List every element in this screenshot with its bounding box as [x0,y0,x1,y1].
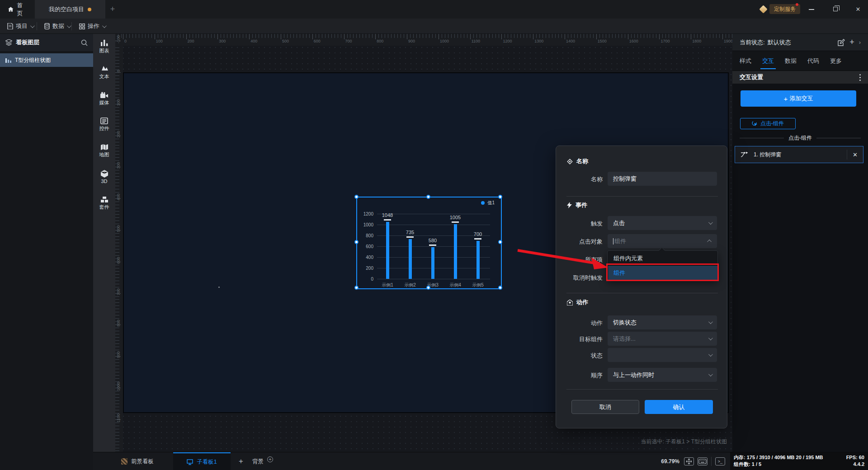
kebab-menu-icon[interactable] [859,74,861,75]
bar-cap [429,244,436,246]
toolbox-item-6[interactable]: 3D [93,170,115,184]
selection-handle[interactable] [498,240,502,244]
tab-home[interactable]: 首页 [0,0,35,19]
layers-icon [5,39,12,46]
order-select[interactable]: 与上一动作同时 [608,368,717,382]
edit-icon[interactable] [838,39,845,46]
state-label: 状态 [556,352,603,360]
selection-handle[interactable] [426,195,430,199]
confirm-button[interactable]: 确认 [645,400,713,414]
search-icon[interactable] [81,39,88,46]
add-background-icon[interactable]: + [267,456,273,462]
minimize-button[interactable] [807,5,816,14]
selection-handle[interactable] [426,286,430,290]
right-panel-tab-更多[interactable]: 更多 [830,51,842,71]
new-tab-button[interactable]: + [108,5,117,14]
fps-value: 60 [859,455,864,460]
v-ruler-label: 200 [116,131,121,137]
bar-cap [452,221,459,223]
toolbox-item-4[interactable]: 控件 [93,118,115,132]
layer-item-selected[interactable]: T型分组柱状图 [0,53,93,67]
menu-project[interactable]: 项目 [1,19,40,34]
target-component-select[interactable]: 请选择... [608,332,717,346]
selection-handle[interactable] [354,240,359,244]
toolbox-item-2[interactable]: 文本 [93,66,115,80]
horizontal-ruler: 0100200300400500600700800900100011001200… [115,34,732,46]
terminal-icon[interactable]: >_ [715,457,725,465]
h-ruler-label: 0 [124,39,127,43]
selection-handle[interactable] [498,286,502,290]
menu-operate[interactable]: 操作 [73,19,112,34]
tab-project-active[interactable]: 我的空白项目 [35,0,105,19]
h-ruler-label: 700 [345,39,352,43]
h-ruler-label: 1700 [660,39,670,43]
name-input[interactable]: 控制弹窗 [608,172,717,186]
right-panel-tab-样式[interactable]: 样式 [740,51,751,71]
bar-示例3 [431,247,434,279]
fit-view-icon[interactable] [684,457,694,465]
grid-icon [79,24,85,29]
trigger-select[interactable]: 点击 [608,216,717,230]
h-ruler-label: 1300 [534,39,543,43]
selection-handle[interactable] [498,195,502,199]
v-ruler-label: 400 [116,194,121,201]
right-panel-tab-交互[interactable]: 交互 [762,51,774,71]
action-select[interactable]: 切换状态 [608,315,717,329]
toolbox-item-1[interactable]: 图表 [93,39,115,54]
zoom-level: 69.79% [661,458,679,465]
toolbox-item-3[interactable]: 媒体 [93,92,115,106]
collapse-panel-icon[interactable]: › [859,39,861,46]
h-ruler-label: 1100 [472,39,480,43]
chevron-down-icon [708,352,713,357]
click-target-combobox[interactable]: 组件 [608,234,717,248]
tab-sub-board-active[interactable]: 子看板1 [173,452,231,470]
remove-interaction-icon[interactable]: ✕ [853,151,858,158]
close-window-button[interactable]: ✕ [854,5,862,14]
toolbox-item-7[interactable]: 套件 [93,196,115,211]
home-icon [8,6,14,12]
maximize-button[interactable] [831,5,839,14]
right-panel-tab-数据[interactable]: 数据 [785,51,797,71]
hatched-board-icon [121,458,127,465]
h-ruler-label: 1500 [598,39,607,43]
diamond-section-icon [567,159,573,164]
add-interaction-button[interactable]: + 添加交互 [741,90,856,107]
selection-status-text: 当前选中: 子看板1 > T型分组柱状图 [641,438,727,446]
right-panel-tab-代码[interactable]: 代码 [807,51,819,71]
menubar: 项目 数据 操作 发布 云托管 预览 [0,19,868,34]
h-ruler-label: 800 [377,39,383,43]
menu-data[interactable]: 数据 [38,19,76,34]
chart-component-selected[interactable]: 值1 1200100080060040020001048示例1735示例2580… [356,197,502,289]
selection-handle[interactable] [354,286,359,290]
toolbox-item-5[interactable]: 地图 [93,144,115,158]
add-state-icon[interactable]: + [849,38,854,47]
action-home-icon [567,300,573,306]
chart-legend: 值1 [481,200,495,206]
h-ruler-label: 400 [250,39,257,43]
chevron-down-icon [102,24,107,28]
y-axis-label: 800 [357,233,373,238]
current-state-bar: 当前状态: 默认状态 + › [732,34,868,51]
v-ruler-label: 800 [116,320,121,327]
maximize-icon [833,7,838,11]
selection-handle[interactable] [354,195,359,199]
toolbox: 图表文本媒体控件地图3D套件 [93,34,115,452]
keyboard-icon[interactable] [698,457,708,465]
tab-foreground-board[interactable]: 前景看板 [113,452,162,470]
state-select[interactable] [608,348,717,362]
h-ruler-label: 1600 [629,39,638,43]
chevron-down-icon [30,24,35,28]
right-panel-tabs: 样式交互数据代码更多 [732,51,868,71]
cursor-dot [218,287,220,288]
click-component-chip[interactable]: 点击-组件 [740,118,796,129]
v-ruler-label: 600 [116,257,121,263]
custom-service-badge[interactable]: 定制服务 [769,4,800,14]
h-ruler-label: 300 [219,39,226,43]
memory-value: 175 / 3910 / 4096 MB 20 / 195 MB [747,455,823,460]
cancel-button[interactable]: 取消 [571,400,639,414]
interaction-item[interactable]: 1. 控制弹窗 ✕ [735,146,863,163]
tab-background[interactable]: 背景 + [244,452,281,470]
components-label: 组件数: [734,461,750,467]
version: 4.4.2 [854,461,864,468]
y-axis-label: 600 [357,244,373,249]
